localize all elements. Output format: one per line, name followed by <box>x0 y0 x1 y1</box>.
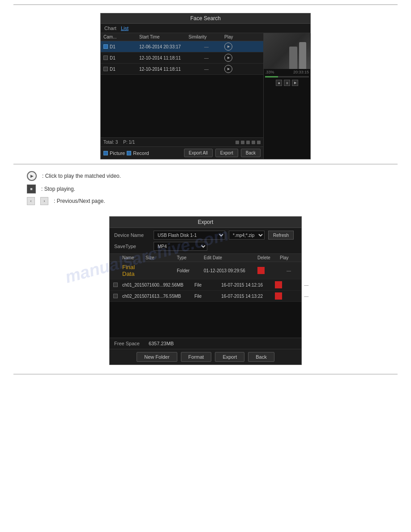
free-space-row: Free Space 6357.23MB <box>110 338 301 349</box>
new-folder-button[interactable]: New Folder <box>137 352 177 362</box>
page-label: P: 1/1 <box>123 140 135 145</box>
play-button-row3[interactable] <box>224 65 232 73</box>
face-search-body: Cam... Start Time Similarity Play D1 12-… <box>101 33 310 159</box>
col-cam: Cam... <box>103 34 139 39</box>
delete-button[interactable] <box>257 267 265 274</box>
free-space-value: 6357.23MB <box>149 341 174 346</box>
save-type-select[interactable]: MP4 <box>154 242 207 251</box>
export-button[interactable]: Export <box>215 352 244 362</box>
face-search-footer: Total: 3 P: 1/1 <box>101 137 263 146</box>
icon-desc-text-2: : Stop playing. <box>41 186 75 192</box>
col-play: Play <box>224 34 242 39</box>
page-dot <box>235 141 239 144</box>
record-checkbox[interactable] <box>127 151 131 155</box>
tab-list[interactable]: List <box>121 26 128 31</box>
time-bar: .33% 20:33:15 <box>264 69 310 75</box>
export-button[interactable]: Export <box>215 149 238 157</box>
table-row[interactable]: ch02_2015071613... 76.55MB File 16-07-20… <box>110 291 301 302</box>
back-button[interactable]: Back <box>241 149 261 157</box>
total-label: Total: 3 <box>103 140 118 145</box>
save-type-label: SaveType <box>114 244 150 249</box>
progress-bar[interactable] <box>265 76 309 77</box>
page-dot <box>257 141 261 144</box>
export-content-area <box>110 302 301 338</box>
cam-cell: D1 <box>103 56 139 60</box>
page-dot <box>252 141 255 144</box>
preview-image <box>264 33 311 69</box>
cam-cell: D1 <box>103 44 139 49</box>
icon-desc-row-1: ▶ : Click to play the matched video. <box>27 171 384 181</box>
prev-icon-example: ‹ <box>27 197 35 205</box>
folder-icon: Final Data <box>122 264 146 277</box>
file-table-header: Name Size Type Edit Date Delete Play <box>110 253 301 262</box>
face-search-content-area <box>101 75 263 137</box>
pause-button[interactable]: ⏸ <box>284 80 290 86</box>
table-row[interactable]: D1 12-10-2014 11:18:11 — <box>101 64 263 75</box>
play-icon-example: ▶ <box>27 171 37 181</box>
save-type-row: SaveType MP4 <box>114 242 297 251</box>
icon-desc-row-3: ‹ › : Previous/Next page. <box>27 197 384 205</box>
picture-label: Picture <box>110 150 125 156</box>
play-button-row1[interactable] <box>224 43 232 51</box>
face-search-panel: Face Search Chart List Cam... Start Time… <box>100 13 311 159</box>
row-checkbox[interactable] <box>103 67 108 71</box>
face-search-preview: .33% 20:33:15 ■ ⏸ ▶ <box>263 33 310 159</box>
col-edit-date: Edit Date <box>204 255 257 260</box>
table-row[interactable]: ch01_2015071600... 992.56MB File 16-07-2… <box>110 279 301 291</box>
file-checkbox[interactable] <box>113 283 118 287</box>
icon-descriptions: ▶ : Click to play the matched video. ■ :… <box>0 164 411 212</box>
device-name-label: Device Name <box>114 232 150 238</box>
table-row[interactable]: D1 12-10-2014 11:18:11 — <box>101 52 263 64</box>
export-all-button[interactable]: Export All <box>184 149 213 157</box>
delete-button[interactable] <box>275 281 282 288</box>
col-type: Type <box>177 255 204 260</box>
filter-select[interactable]: *.mp4;*.zip <box>229 231 265 240</box>
stop-button[interactable]: ■ <box>276 80 282 86</box>
cam-cell: D1 <box>103 67 139 72</box>
export-file-table: Name Size Type Edit Date Delete Play Fin… <box>110 253 301 338</box>
playback-controls: ■ ⏸ ▶ <box>264 78 310 87</box>
stop-icon-example: ■ <box>27 184 36 193</box>
icon-desc-text-3: : Previous/Next page. <box>54 198 105 204</box>
col-size: Size <box>146 255 177 260</box>
face-search-action-bar: Picture Record Export All Export Back <box>101 146 263 159</box>
table-row[interactable]: Final Data Folder 01-12-2013 09:29:56 — <box>110 262 301 279</box>
col-start-time: Start Time <box>139 34 188 39</box>
export-form: Device Name USB Flash Disk 1-1 *.mp4;*.z… <box>110 228 301 253</box>
face-search-table-header: Cam... Start Time Similarity Play <box>101 33 263 41</box>
file-checkbox[interactable] <box>113 294 118 298</box>
table-row[interactable]: D1 12-06-2014 20:33:17 — <box>101 41 263 52</box>
device-name-row: Device Name USB Flash Disk 1-1 *.mp4;*.z… <box>114 231 297 240</box>
col-delete: Delete <box>257 255 280 260</box>
record-label: Record <box>133 150 149 156</box>
picture-checkbox[interactable] <box>103 151 108 155</box>
back-button[interactable]: Back <box>248 352 274 362</box>
row-checkbox[interactable] <box>103 44 108 49</box>
icon-desc-text-1: : Click to play the matched video. <box>42 173 121 179</box>
tab-chart[interactable]: Chart <box>104 26 116 31</box>
export-panel: Export Device Name USB Flash Disk 1-1 *.… <box>109 216 302 365</box>
free-space-label: Free Space <box>114 341 140 346</box>
face-search-left: Cam... Start Time Similarity Play D1 12-… <box>101 33 263 159</box>
format-button[interactable]: Format <box>181 352 212 362</box>
forward-button[interactable]: ▶ <box>292 80 298 86</box>
col-play: Play <box>280 255 298 260</box>
row-checkbox[interactable] <box>103 56 108 60</box>
pagination <box>235 141 261 144</box>
refresh-button[interactable]: Refresh <box>268 231 294 240</box>
device-name-select[interactable]: USB Flash Disk 1-1 <box>154 231 225 240</box>
next-icon-example: › <box>40 197 48 205</box>
face-search-tabs: Chart List <box>101 24 310 33</box>
col-similarity: Similarity <box>188 34 224 39</box>
page-dot <box>246 141 250 144</box>
export-bottom-buttons: New Folder Format Export Back <box>110 349 301 365</box>
delete-button[interactable] <box>275 292 282 300</box>
play-button-row2[interactable] <box>224 54 232 62</box>
progress-fill <box>265 76 278 77</box>
col-name: Name <box>122 255 146 260</box>
export-title: Export <box>110 217 301 228</box>
face-search-title: Face Search <box>101 13 310 24</box>
page-dot <box>241 141 244 144</box>
icon-desc-row-2: ■ : Stop playing. <box>27 184 384 193</box>
